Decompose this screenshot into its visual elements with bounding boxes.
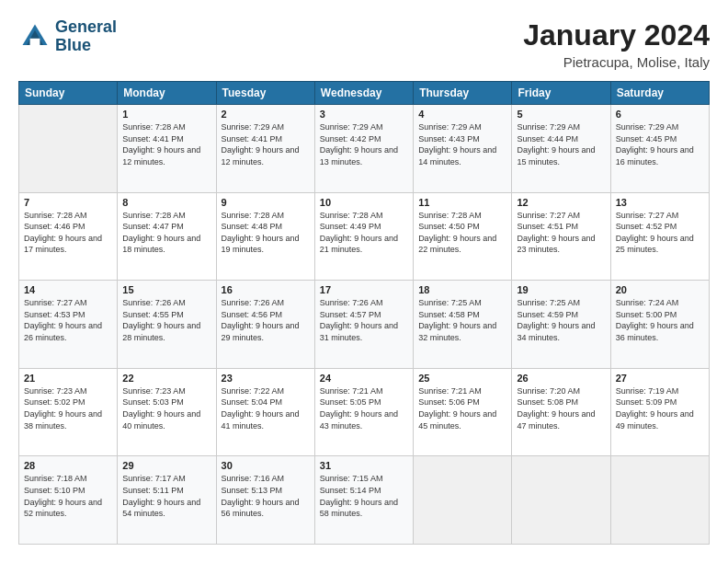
- day-info: Sunrise: 7:29 AMSunset: 4:45 PMDaylight:…: [616, 121, 704, 167]
- day-info: Sunrise: 7:23 AMSunset: 5:02 PMDaylight:…: [24, 385, 112, 431]
- day-number: 13: [616, 197, 704, 208]
- day-number: 2: [222, 109, 310, 120]
- day-info: Sunrise: 7:28 AMSunset: 4:50 PMDaylight:…: [418, 210, 506, 256]
- day-info: Sunrise: 7:29 AMSunset: 4:41 PMDaylight:…: [222, 121, 310, 167]
- calendar-cell-w0-d4: 4Sunrise: 7:29 AMSunset: 4:43 PMDaylight…: [414, 105, 512, 193]
- header-saturday: Saturday: [610, 82, 709, 105]
- calendar-cell-w0-d6: 6Sunrise: 7:29 AMSunset: 4:45 PMDaylight…: [610, 105, 709, 193]
- day-info: Sunrise: 7:26 AMSunset: 4:56 PMDaylight:…: [222, 297, 310, 343]
- week-row-0: 1Sunrise: 7:28 AMSunset: 4:41 PMDaylight…: [19, 105, 710, 193]
- day-number: 3: [320, 109, 408, 120]
- day-info: Sunrise: 7:28 AMSunset: 4:41 PMDaylight:…: [122, 121, 210, 167]
- day-info: Sunrise: 7:25 AMSunset: 4:59 PMDaylight:…: [517, 297, 605, 343]
- day-number: 21: [24, 373, 112, 384]
- title-area: January 2024 Pietracupa, Molise, Italy: [523, 18, 710, 70]
- svg-marker-2: [30, 39, 40, 45]
- day-info: Sunrise: 7:17 AMSunset: 5:11 PMDaylight:…: [122, 473, 210, 519]
- day-number: 18: [418, 284, 506, 295]
- header: General Blue January 2024 Pietracupa, Mo…: [18, 18, 710, 70]
- location: Pietracupa, Molise, Italy: [523, 54, 710, 70]
- calendar-cell-w3-d6: 27Sunrise: 7:19 AMSunset: 5:09 PMDayligh…: [610, 368, 709, 456]
- day-number: 14: [24, 284, 112, 295]
- calendar-cell-w2-d6: 20Sunrise: 7:24 AMSunset: 5:00 PMDayligh…: [610, 281, 709, 369]
- calendar-cell-w4-d6: [610, 456, 709, 545]
- day-info: Sunrise: 7:28 AMSunset: 4:46 PMDaylight:…: [24, 210, 112, 256]
- day-number: 19: [517, 284, 605, 295]
- calendar-cell-w0-d5: 5Sunrise: 7:29 AMSunset: 4:44 PMDaylight…: [512, 105, 610, 193]
- calendar-cell-w1-d5: 12Sunrise: 7:27 AMSunset: 4:51 PMDayligh…: [512, 192, 610, 281]
- header-monday: Monday: [118, 82, 216, 105]
- calendar-cell-w4-d5: [512, 456, 610, 545]
- day-number: 29: [122, 460, 210, 471]
- logo: General Blue: [18, 18, 117, 55]
- day-info: Sunrise: 7:24 AMSunset: 5:00 PMDaylight:…: [616, 297, 704, 343]
- day-info: Sunrise: 7:28 AMSunset: 4:49 PMDaylight:…: [320, 210, 408, 256]
- day-info: Sunrise: 7:21 AMSunset: 5:06 PMDaylight:…: [418, 385, 506, 431]
- day-info: Sunrise: 7:29 AMSunset: 4:42 PMDaylight:…: [320, 121, 408, 167]
- day-number: 8: [122, 197, 210, 208]
- week-row-3: 21Sunrise: 7:23 AMSunset: 5:02 PMDayligh…: [19, 368, 710, 456]
- day-info: Sunrise: 7:19 AMSunset: 5:09 PMDaylight:…: [616, 385, 704, 431]
- day-number: 4: [418, 109, 506, 120]
- day-info: Sunrise: 7:20 AMSunset: 5:08 PMDaylight:…: [517, 385, 605, 431]
- day-number: 15: [122, 284, 210, 295]
- day-number: 10: [320, 197, 408, 208]
- day-number: 11: [418, 197, 506, 208]
- calendar-cell-w3-d1: 22Sunrise: 7:23 AMSunset: 5:03 PMDayligh…: [118, 368, 216, 456]
- page: General Blue January 2024 Pietracupa, Mo…: [0, 0, 728, 563]
- day-number: 25: [418, 373, 506, 384]
- day-info: Sunrise: 7:27 AMSunset: 4:53 PMDaylight:…: [24, 297, 112, 343]
- day-number: 16: [222, 284, 310, 295]
- calendar-cell-w1-d1: 8Sunrise: 7:28 AMSunset: 4:47 PMDaylight…: [118, 192, 216, 281]
- header-friday: Friday: [512, 82, 610, 105]
- day-info: Sunrise: 7:22 AMSunset: 5:04 PMDaylight:…: [222, 385, 310, 431]
- day-number: 23: [222, 373, 310, 384]
- day-info: Sunrise: 7:28 AMSunset: 4:47 PMDaylight:…: [122, 210, 210, 256]
- day-number: 24: [320, 373, 408, 384]
- calendar-cell-w2-d1: 15Sunrise: 7:26 AMSunset: 4:55 PMDayligh…: [118, 281, 216, 369]
- generalblue-logo-icon: [18, 20, 51, 53]
- day-info: Sunrise: 7:27 AMSunset: 4:51 PMDaylight:…: [517, 210, 605, 256]
- day-number: 20: [616, 284, 704, 295]
- calendar-cell-w2-d4: 18Sunrise: 7:25 AMSunset: 4:58 PMDayligh…: [414, 281, 512, 369]
- day-info: Sunrise: 7:27 AMSunset: 4:52 PMDaylight:…: [616, 210, 704, 256]
- day-info: Sunrise: 7:25 AMSunset: 4:58 PMDaylight:…: [418, 297, 506, 343]
- week-row-1: 7Sunrise: 7:28 AMSunset: 4:46 PMDaylight…: [19, 192, 710, 281]
- calendar-cell-w2-d0: 14Sunrise: 7:27 AMSunset: 4:53 PMDayligh…: [19, 281, 118, 369]
- header-wednesday: Wednesday: [314, 82, 413, 105]
- day-info: Sunrise: 7:28 AMSunset: 4:48 PMDaylight:…: [222, 210, 310, 256]
- day-info: Sunrise: 7:21 AMSunset: 5:05 PMDaylight:…: [320, 385, 408, 431]
- day-number: 7: [24, 197, 112, 208]
- day-info: Sunrise: 7:23 AMSunset: 5:03 PMDaylight:…: [122, 385, 210, 431]
- calendar-cell-w0-d0: [19, 105, 118, 193]
- calendar-cell-w3-d4: 25Sunrise: 7:21 AMSunset: 5:06 PMDayligh…: [414, 368, 512, 456]
- header-thursday: Thursday: [414, 82, 512, 105]
- calendar-cell-w4-d1: 29Sunrise: 7:17 AMSunset: 5:11 PMDayligh…: [118, 456, 216, 545]
- day-info: Sunrise: 7:18 AMSunset: 5:10 PMDaylight:…: [24, 473, 112, 519]
- day-number: 6: [616, 109, 704, 120]
- day-number: 31: [320, 460, 408, 471]
- week-row-4: 28Sunrise: 7:18 AMSunset: 5:10 PMDayligh…: [19, 456, 710, 545]
- header-sunday: Sunday: [19, 82, 118, 105]
- day-number: 9: [222, 197, 310, 208]
- day-info: Sunrise: 7:26 AMSunset: 4:57 PMDaylight:…: [320, 297, 408, 343]
- calendar-cell-w0-d1: 1Sunrise: 7:28 AMSunset: 4:41 PMDaylight…: [118, 105, 216, 193]
- calendar-cell-w1-d2: 9Sunrise: 7:28 AMSunset: 4:48 PMDaylight…: [216, 192, 314, 281]
- day-info: Sunrise: 7:16 AMSunset: 5:13 PMDaylight:…: [222, 473, 310, 519]
- calendar-cell-w0-d3: 3Sunrise: 7:29 AMSunset: 4:42 PMDaylight…: [314, 105, 413, 193]
- calendar-cell-w3-d3: 24Sunrise: 7:21 AMSunset: 5:05 PMDayligh…: [314, 368, 413, 456]
- calendar-table: Sunday Monday Tuesday Wednesday Thursday…: [18, 81, 710, 545]
- calendar-cell-w4-d4: [414, 456, 512, 545]
- day-number: 27: [616, 373, 704, 384]
- week-row-2: 14Sunrise: 7:27 AMSunset: 4:53 PMDayligh…: [19, 281, 710, 369]
- calendar-cell-w2-d3: 17Sunrise: 7:26 AMSunset: 4:57 PMDayligh…: [314, 281, 413, 369]
- day-info: Sunrise: 7:15 AMSunset: 5:14 PMDaylight:…: [320, 473, 408, 519]
- calendar-cell-w4-d0: 28Sunrise: 7:18 AMSunset: 5:10 PMDayligh…: [19, 456, 118, 545]
- month-title: January 2024: [523, 18, 710, 52]
- calendar-cell-w1-d4: 11Sunrise: 7:28 AMSunset: 4:50 PMDayligh…: [414, 192, 512, 281]
- calendar-cell-w0-d2: 2Sunrise: 7:29 AMSunset: 4:41 PMDaylight…: [216, 105, 314, 193]
- day-number: 30: [222, 460, 310, 471]
- day-info: Sunrise: 7:26 AMSunset: 4:55 PMDaylight:…: [122, 297, 210, 343]
- calendar-cell-w3-d5: 26Sunrise: 7:20 AMSunset: 5:08 PMDayligh…: [512, 368, 610, 456]
- day-number: 12: [517, 197, 605, 208]
